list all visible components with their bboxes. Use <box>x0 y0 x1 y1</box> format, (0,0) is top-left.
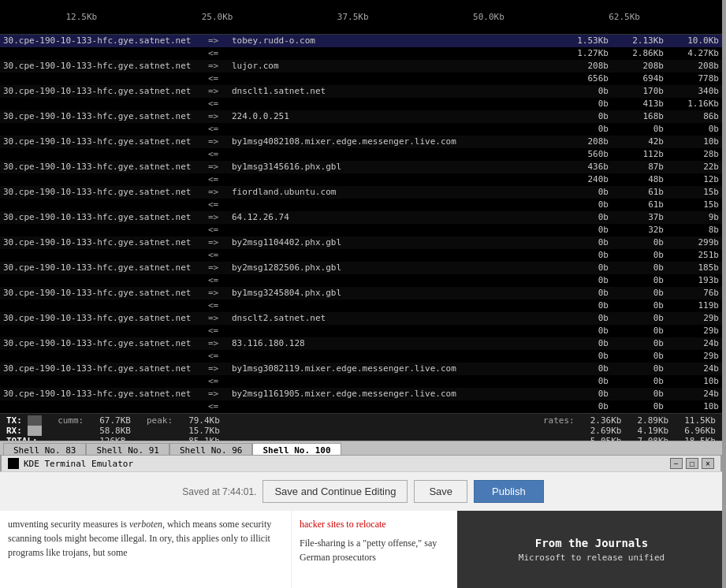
traffic-row: 30.cpe-190-10-133-hfc.gye.satnet.net => … <box>0 312 722 325</box>
traffic-n3: 86b <box>664 110 719 123</box>
traffic-n1: 0b <box>553 337 609 350</box>
rates-label: rates: <box>543 415 575 426</box>
traffic-n3: 185b <box>664 262 719 274</box>
traffic-dst: dnsclt2.satnet.net <box>232 312 553 325</box>
traffic-n3: 778b <box>664 73 719 85</box>
traffic-n3: 29b <box>664 312 719 325</box>
traffic-dir: <= <box>208 274 232 287</box>
rx-label: RX: <box>6 426 42 436</box>
traffic-dst: 83.116.180.128 <box>232 337 553 350</box>
traffic-n3: 76b <box>664 287 719 300</box>
traffic-n2: 0b <box>609 249 664 262</box>
traffic-dst: dnsclt1.satnet.net <box>232 85 553 98</box>
traffic-n3: 340b <box>664 85 719 98</box>
traffic-row: 30.cpe-190-10-133-hfc.gye.satnet.net => … <box>0 363 722 375</box>
minimize-button[interactable]: − <box>670 458 683 469</box>
save-continue-button[interactable]: Save and Continue Editing <box>262 480 408 503</box>
traffic-n2: 0b <box>609 123 664 136</box>
traffic-dir: <= <box>208 375 232 388</box>
traffic-dst: lujor.com <box>232 60 553 73</box>
tx-peak: 79.4Kb <box>188 415 220 426</box>
content-left-text1: umventing security measures is verboten,… <box>8 519 271 558</box>
terminal-header: KDE Terminal Emulator − □ × <box>0 455 722 473</box>
terminal-controls: − □ × <box>670 458 714 469</box>
traffic-n3: 10.0Kb <box>664 35 719 47</box>
traffic-dir: => <box>208 312 232 325</box>
traffic-src: 30.cpe-190-10-133-hfc.gye.satnet.net <box>3 136 208 148</box>
traffic-n2: 48b <box>609 173 664 186</box>
traffic-src: 30.cpe-190-10-133-hfc.gye.satnet.net <box>3 35 208 47</box>
traffic-dir: => <box>208 262 232 274</box>
traffic-n1: 0b <box>553 110 609 123</box>
cumm-label: cumm: <box>58 415 84 426</box>
content-left: umventing security measures is verboten,… <box>0 511 292 588</box>
traffic-dir: <= <box>208 300 232 312</box>
traffic-src: 30.cpe-190-10-133-hfc.gye.satnet.net <box>3 337 208 350</box>
traffic-dst: 64.12.26.74 <box>232 211 553 224</box>
traffic-n1: 0b <box>553 300 609 312</box>
traffic-n1: 0b <box>553 350 609 363</box>
traffic-n1: 240b <box>553 173 609 186</box>
traffic-n3: 24b <box>664 363 719 375</box>
traffic-n2: 0b <box>609 400 664 413</box>
traffic-n2: 0b <box>609 388 664 400</box>
traffic-dir: => <box>208 161 232 173</box>
traffic-n1: 0b <box>553 375 609 388</box>
traffic-row: 30.cpe-190-10-133-hfc.gye.satnet.net => … <box>0 60 722 73</box>
rx-peak: 15.7Kb <box>188 426 220 436</box>
tx-r2: 2.89Kb <box>638 415 669 426</box>
traffic-n1: 0b <box>553 325 609 337</box>
traffic-n1: 0b <box>553 287 609 300</box>
traffic-dir: <= <box>208 325 232 337</box>
tx-r1: 2.36Kb <box>590 415 622 426</box>
publish-button[interactable]: Publish <box>474 480 544 503</box>
traffic-n1: 0b <box>553 85 609 98</box>
traffic-dir: => <box>208 85 232 98</box>
traffic-n2: 0b <box>609 350 664 363</box>
traffic-n2: 0b <box>609 274 664 287</box>
rx-r2: 4.19Kb <box>638 426 669 436</box>
traffic-dst: by1msg3245804.phx.gbl <box>232 287 553 300</box>
traffic-n1: 656b <box>553 73 609 85</box>
traffic-row: <= 560b 112b 28b <box>0 148 722 161</box>
traffic-n3: 4.27Kb <box>664 47 719 60</box>
traffic-src: 30.cpe-190-10-133-hfc.gye.satnet.net <box>3 85 208 98</box>
traffic-dst: by2msg1282506.phx.gbl <box>232 262 553 274</box>
close-button[interactable]: × <box>702 458 714 469</box>
traffic-dir: <= <box>208 123 232 136</box>
traffic-dst: tobey.rudd-o.com <box>232 35 553 47</box>
traffic-row: 30.cpe-190-10-133-hfc.gye.satnet.net => … <box>0 110 722 123</box>
traffic-dir: => <box>208 388 232 400</box>
traffic-row: <= 1.27Kb 2.86Kb 4.27Kb <box>0 47 722 60</box>
hacker-sites-link[interactable]: hacker sites to relocate <box>300 517 449 531</box>
terminal-window: 12.5Kb 25.0Kb 37.5Kb 50.0Kb 62.5Kb 30.cp… <box>0 0 722 448</box>
traffic-n2: 168b <box>609 110 664 123</box>
traffic-n3: 251b <box>664 249 719 262</box>
traffic-dst: by1msg4082108.mixer.edge.messenger.live.… <box>232 136 553 148</box>
traffic-row: <= 0b 0b 10b <box>0 375 722 388</box>
tx-r3: 11.5Kb <box>684 415 716 426</box>
traffic-row: <= 0b 0b 0b <box>0 123 722 136</box>
traffic-dir: => <box>208 35 232 47</box>
rx-r3: 6.96Kb <box>684 426 716 436</box>
traffic-n3: 193b <box>664 274 719 287</box>
scrollbar-vertical[interactable] <box>722 0 726 588</box>
traffic-dir: => <box>208 211 232 224</box>
traffic-src: 30.cpe-190-10-133-hfc.gye.satnet.net <box>3 161 208 173</box>
traffic-n3: 28b <box>664 148 719 161</box>
traffic-n2: 694b <box>609 73 664 85</box>
traffic-n2: 2.13Kb <box>609 35 664 47</box>
traffic-n3: 29b <box>664 325 719 337</box>
traffic-dst: by2msg1161905.mixer.edge.messenger.live.… <box>232 388 553 400</box>
traffic-n1: 0b <box>553 388 609 400</box>
traffic-row: 30.cpe-190-10-133-hfc.gye.satnet.net => … <box>0 287 722 300</box>
maximize-button[interactable]: □ <box>686 458 698 469</box>
traffic-n3: 0b <box>664 123 719 136</box>
traffic-n3: 1.16Kb <box>664 98 719 110</box>
traffic-row: 30.cpe-190-10-133-hfc.gye.satnet.net => … <box>0 136 722 148</box>
traffic-n1: 0b <box>553 98 609 110</box>
save-button[interactable]: Save <box>414 480 467 503</box>
traffic-dst: by1msg3082119.mixer.edge.messenger.live.… <box>232 363 553 375</box>
traffic-dir: => <box>208 110 232 123</box>
traffic-src: 30.cpe-190-10-133-hfc.gye.satnet.net <box>3 60 208 73</box>
